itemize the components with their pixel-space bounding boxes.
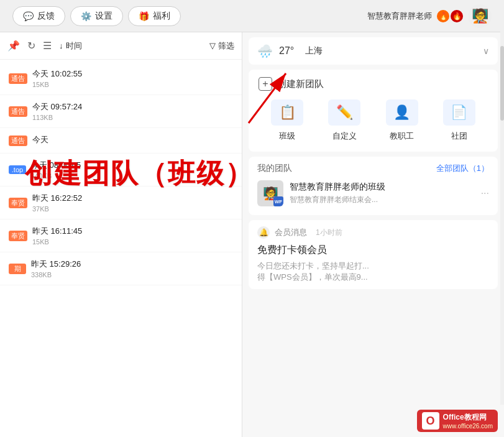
file-name-col: 昨天 16:11:4515KB [32, 226, 233, 246]
file-name-col: 今天 09:57:24113KB [32, 101, 233, 121]
team-type-label: 班级 [279, 131, 295, 142]
file-name: 今天 10:02:55 [32, 68, 233, 80]
my-team-section: 我的团队 全部团队（1） 🧑‍🏫 WF 智慧教育胖胖老师的班级 智慧教育胖胖老师… [249, 157, 498, 215]
badge-fire-red: 🔥 [451, 10, 463, 22]
notification-section: 🔔 会员消息 1小时前 免费打卡领会员 今日您还未打卡，坚持早起打...得【WP… [249, 220, 498, 289]
feedback-button[interactable]: 💬 反馈 [12, 6, 65, 26]
file-meta: 15KB [32, 81, 233, 88]
time-arrow-icon: ↓ [59, 41, 63, 50]
list-item[interactable]: 通告今天 [0, 128, 242, 154]
list-item[interactable]: 奉贤昨天 16:11:4515KB [0, 219, 242, 252]
welfare-label: 福利 [153, 11, 170, 22]
file-list: 通告今天 10:02:5515KB通告今天 09:57:24113KB通告今天.… [0, 60, 242, 437]
top-toolbar: 💬 反馈 ⚙️ 设置 🎁 福利 智慧教育胖胖老师 🔥 🔥 🧑‍🏫 [0, 0, 504, 32]
team-type-icon: 📋 [271, 99, 303, 126]
notif-sub: 今日您还未打卡，坚持早起打...得【WPS会员】，单次最高9... [257, 260, 489, 283]
pin-icon[interactable]: 📌 [7, 40, 20, 52]
weather-expand-icon[interactable]: ∨ [483, 46, 489, 56]
file-name-col: 今天 10:02:5515KB [32, 68, 233, 88]
list-icon[interactable]: ☰ [43, 40, 52, 52]
team-type-label: 教职工 [390, 131, 414, 142]
team-type-item[interactable]: 📋班级 [259, 99, 316, 142]
time-button[interactable]: ↓ 时间 [59, 40, 82, 52]
user-badges: 🔥 🔥 [437, 10, 463, 22]
weather-icon: 🌧️ [257, 44, 273, 58]
user-name: 智慧教育胖胖老师 [367, 11, 432, 22]
file-meta: 338KB [31, 271, 233, 278]
team-types: 📋班级✏️自定义👤教职工📄社团 [259, 99, 488, 142]
file-tag: 通告 [9, 136, 27, 146]
welfare-icon: 🎁 [139, 11, 149, 21]
file-tag: 通告 [9, 106, 27, 117]
file-tag: 通告 [9, 73, 27, 84]
notif-icon: 🔔 [257, 226, 270, 239]
filter-label: 筛选 [218, 40, 234, 52]
settings-label: 设置 [95, 11, 112, 22]
weather-temp: 27° [279, 45, 294, 57]
team-item: 🧑‍🏫 WF 智慧教育胖胖老师的班级 智慧教育胖胖老师结束会... ··· [257, 180, 489, 206]
file-name: 昨天 15:29:26 [31, 259, 233, 270]
file-tag: 奉贤 [9, 198, 27, 208]
file-tag: 期 [9, 264, 26, 274]
feedback-label: 反馈 [37, 11, 55, 22]
feedback-icon: 💬 [23, 11, 34, 21]
filter-button[interactable]: ▽ 筛选 [209, 40, 234, 52]
my-team-title: 我的团队 [257, 163, 292, 174]
badge-fire-orange: 🔥 [437, 10, 449, 22]
list-item[interactable]: 期昨天 15:29:26338KB [0, 252, 242, 285]
my-team-all-link[interactable]: 全部团队（1） [436, 163, 489, 174]
file-name: 今天 08:00:05 [31, 160, 233, 171]
team-more-icon[interactable]: ··· [481, 188, 489, 199]
settings-button[interactable]: ⚙️ 设置 [70, 6, 123, 26]
left-panel: 📌 ↻ ☰ ↓ 时间 ▽ 筛选 通告今天 10:02:5515KB通告今天 09… [0, 32, 242, 437]
file-meta: 113KB [32, 114, 233, 121]
create-team-header[interactable]: + 创建新团队 [259, 77, 488, 91]
list-item[interactable]: 奉贤昨天 16:22:5237KB [0, 186, 242, 219]
scrollbar[interactable] [500, 27, 504, 405]
file-meta: 140KB [31, 172, 233, 180]
scrollbar-thumb [500, 46, 504, 121]
list-item[interactable]: 通告今天 10:02:5515KB [0, 62, 242, 95]
refresh-icon[interactable]: ↻ [27, 40, 35, 52]
file-name: 今天 [32, 134, 233, 145]
right-panel: 🌧️ 27° 上海 ∨ + 创建新团队 📋班级✏️自定义👤教职工📄社团 我的团队… [242, 32, 504, 437]
welfare-button[interactable]: 🎁 福利 [128, 6, 181, 26]
filter-icon: ▽ [209, 41, 216, 50]
file-name-col: 昨天 16:22:5237KB [32, 193, 233, 213]
file-meta: 37KB [32, 205, 233, 213]
create-team-label: 创建新团队 [277, 78, 324, 90]
my-team-header: 我的团队 全部团队（1） [257, 163, 489, 174]
team-type-item[interactable]: ✏️自定义 [316, 99, 373, 142]
create-plus-icon: + [259, 77, 272, 91]
avatar[interactable]: 🧑‍🏫 [468, 4, 492, 28]
team-type-item[interactable]: 📄社团 [431, 99, 488, 142]
team-type-icon: 📄 [443, 99, 475, 126]
user-area: 智慧教育胖胖老师 🔥 🔥 🧑‍🏫 [367, 4, 492, 28]
file-name-col: 今天 08:00:05140KB [31, 160, 233, 180]
team-type-label: 自定义 [332, 131, 357, 142]
time-label: 时间 [66, 40, 82, 52]
file-tag: 奉贤 [9, 231, 27, 241]
team-type-label: 社团 [451, 131, 467, 142]
team-avatar-badge: WF [273, 196, 283, 206]
notif-header: 🔔 会员消息 1小时前 [257, 226, 489, 239]
file-name: 昨天 16:11:45 [32, 226, 233, 237]
create-team-section: + 创建新团队 📋班级✏️自定义👤教职工📄社团 [249, 70, 498, 152]
notif-time: 1小时前 [316, 228, 342, 238]
team-type-item[interactable]: 👤教职工 [373, 99, 431, 142]
notif-title: 会员消息 [275, 227, 307, 238]
main-layout: 📌 ↻ ☰ ↓ 时间 ▽ 筛选 通告今天 10:02:5515KB通告今天 09… [0, 32, 504, 437]
file-name: 昨天 16:22:52 [32, 193, 233, 204]
list-item[interactable]: .top今天 08:00:05140KB [0, 154, 242, 186]
team-name: 智慧教育胖胖老师的班级 [290, 182, 475, 193]
team-type-icon: 👤 [386, 99, 418, 126]
file-tag: .top [9, 165, 26, 174]
file-name-col: 今天 [32, 134, 233, 147]
file-name-col: 昨天 15:29:26338KB [31, 259, 233, 278]
team-info: 智慧教育胖胖老师的班级 智慧教育胖胖老师结束会... [290, 182, 475, 205]
settings-icon: ⚙️ [81, 11, 91, 21]
file-meta: 15KB [32, 238, 233, 246]
file-name: 今天 09:57:24 [32, 101, 233, 113]
team-type-icon: ✏️ [328, 99, 360, 126]
list-item[interactable]: 通告今天 09:57:24113KB [0, 95, 242, 128]
